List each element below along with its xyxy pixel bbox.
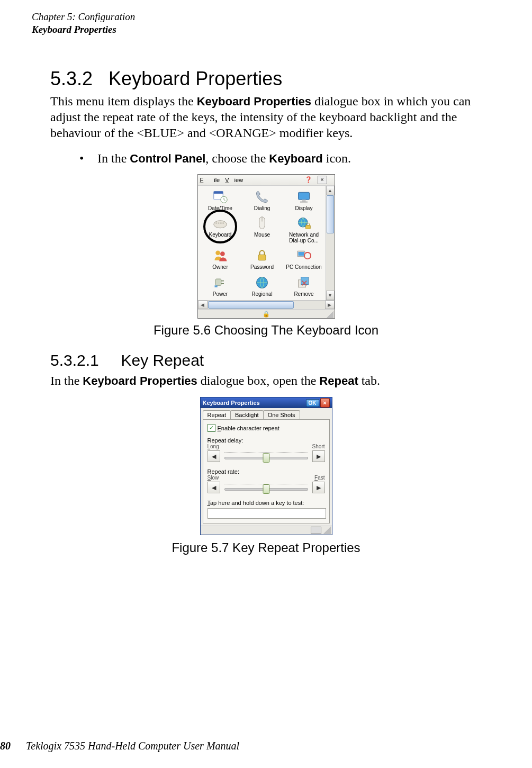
rate-left-label: Slow [208,475,219,481]
keyboard-icon [211,215,229,231]
svg-point-6 [214,221,227,228]
rate-decrease-button[interactable]: ◀ [208,482,220,493]
cp-item-display[interactable]: Display [284,189,324,212]
svg-rect-7 [215,222,217,224]
bullet-control-panel: In the Control Panel, choose the Keyboar… [79,151,500,166]
lock-icon [253,248,271,264]
rate-slider[interactable] [222,482,310,493]
svg-rect-8 [218,222,220,224]
lock-status-icon: 🔒 [263,311,270,318]
keyboard-properties-statusbar [201,526,332,535]
svg-rect-13 [306,225,311,229]
footer-text: Teklogix 7535 Hand-Held Computer User Ma… [26,740,239,752]
hscroll-thumb[interactable] [208,301,294,309]
vertical-scrollbar[interactable]: ▲ ▼ [326,186,335,301]
globe-icon [253,275,271,291]
resize-grip-icon[interactable] [323,527,331,534]
slider-thumb-icon[interactable] [263,484,269,494]
remove-programs-icon [295,275,313,291]
menu-file[interactable]: File [200,177,220,183]
mouse-icon [253,215,271,231]
cp-item-mouse[interactable]: Mouse [242,215,283,243]
header-topic: Keyboard Properties [32,23,500,36]
phone-icon [253,189,271,205]
subsection-title: Key Repeat [121,351,204,369]
delay-increase-button[interactable]: ▶ [312,450,325,462]
scroll-down-arrow-icon[interactable]: ▼ [326,291,335,300]
help-icon[interactable]: ❓ [305,176,312,183]
cp-item-remove[interactable]: Remove [284,275,324,297]
svg-rect-5 [300,201,308,202]
menu-view[interactable]: View [225,177,243,183]
power-plug-icon [211,275,229,291]
svg-point-14 [215,250,220,255]
cp-item-owner[interactable]: Owner [200,248,241,270]
test-input[interactable] [208,508,326,519]
delay-slider[interactable] [222,451,310,462]
scroll-left-arrow-icon[interactable]: ◀ [198,301,208,309]
cp-item-network[interactable]: Network and Dial-up Co... [284,215,324,243]
tab-backlight[interactable]: Backlight [230,410,264,419]
close-button[interactable]: × [320,398,330,408]
subsection-text: In the Keyboard Properties dialogue box,… [50,373,500,388]
svg-rect-1 [214,191,223,193]
figure-5-6-caption: Figure 5.6 Choosing The Keyboard Icon [32,323,500,338]
control-panel-window: File View ❓ × Date/Time [197,174,335,319]
delay-left-label: Long [208,444,219,449]
checkmark-icon: ✓ [208,424,215,432]
display-icon [295,189,313,205]
cp-item-pcconn[interactable]: PC Connection [284,248,324,270]
page-footer: 80 Teklogix 7535 Hand-Held Computer User… [0,740,239,752]
section-intro: This menu item displays the Keyboard Pro… [50,93,500,141]
svg-rect-10 [222,222,224,224]
control-panel-menubar: File View ❓ × [198,175,335,186]
svg-rect-20 [215,279,221,285]
enable-repeat-checkbox[interactable]: ✓ Enable character repeat [208,424,325,432]
resize-grip-icon[interactable] [326,311,333,318]
keyboard-properties-window: Keyboard Properties OK × Repeat Backligh… [200,397,332,535]
tab-repeat[interactable]: Repeat [203,410,231,419]
scroll-up-arrow-icon[interactable]: ▲ [326,186,335,195]
cp-item-keyboard[interactable]: Keyboard [200,215,241,243]
control-panel-statusbar: 🔒 [198,309,335,318]
test-label: Tap here and hold down a key to test: [208,500,325,506]
section-title: Keyboard Properties [109,68,282,89]
svg-rect-21 [215,285,218,287]
svg-rect-18 [299,252,304,256]
tab-one-shots[interactable]: One Shots [263,410,300,419]
cp-item-regional[interactable]: Regional [242,275,283,297]
tabs-row: Repeat Backlight One Shots [201,408,332,419]
svg-rect-3 [299,192,310,200]
svg-rect-4 [302,200,306,202]
window-title: Keyboard Properties [203,400,306,406]
close-button[interactable]: × [318,176,327,184]
cp-item-power[interactable]: Power [200,275,241,297]
subsection-number: 5.3.2.1 [50,351,99,369]
ok-button[interactable]: OK [306,399,319,407]
globe-lock-icon [295,215,313,231]
keyboard-properties-titlebar: Keyboard Properties OK × [201,397,332,408]
rate-increase-button[interactable]: ▶ [312,482,325,493]
rate-right-label: Fast [314,475,324,481]
section-heading: 5.3.2 Keyboard Properties [50,68,500,90]
enable-repeat-label: Enable character repeat [218,425,279,431]
svg-rect-9 [220,222,222,224]
cp-item-datetime[interactable]: Date/Time [200,189,241,212]
people-icon [211,248,229,264]
cp-item-password[interactable]: Password [242,248,283,270]
delay-decrease-button[interactable]: ◀ [208,450,220,462]
repeat-delay-label: Repeat delay: [208,437,325,444]
scroll-thumb[interactable] [327,195,334,233]
horizontal-scrollbar[interactable]: ◀ ▶ [198,300,335,309]
svg-point-15 [220,251,225,256]
slider-thumb-icon[interactable] [263,453,269,463]
delay-right-label: Short [312,444,325,449]
header-chapter: Chapter 5: Configuration [32,11,500,23]
subsection-heading: 5.3.2.1 Key Repeat [50,351,500,369]
calendar-clock-icon [211,189,229,205]
figure-5-7-caption: Figure 5.7 Key Repeat Properties [32,540,500,555]
cp-item-dialing[interactable]: Dialing [242,189,283,212]
section-number: 5.3.2 [50,68,93,89]
scroll-right-arrow-icon[interactable]: ▶ [325,301,335,309]
sip-keyboard-icon[interactable] [311,527,321,534]
